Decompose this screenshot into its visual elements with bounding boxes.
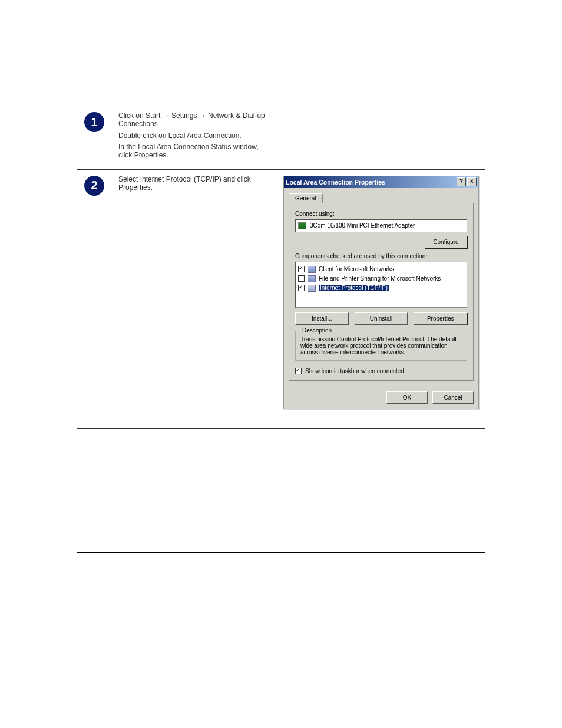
close-button[interactable]: × xyxy=(467,177,477,186)
list-item[interactable]: Internet Protocol (TCP/IP) xyxy=(298,284,464,293)
step1-line1: Click on Start → Settings → Network & Di… xyxy=(118,112,270,129)
list-item-label: Internet Protocol (TCP/IP) xyxy=(319,285,389,291)
steps-table: 1 Click on Start → Settings → Network & … xyxy=(77,106,485,429)
dialog-titlebar: Local Area Connection Properties ? × xyxy=(284,176,478,188)
components-list[interactable]: Client for Microsoft Networks File and P… xyxy=(295,262,467,308)
list-item[interactable]: File and Printer Sharing for Microsoft N… xyxy=(298,274,464,284)
description-legend: Description xyxy=(300,327,333,334)
description-group: Description Transmission Control Protoco… xyxy=(295,331,467,361)
step-row-1: 1 Click on Start → Settings → Network & … xyxy=(77,106,485,170)
properties-button[interactable]: Properties xyxy=(414,312,467,325)
step1-line2: Double click on Local Area Connection. xyxy=(118,132,270,140)
step-badge-2: 2 xyxy=(84,176,104,196)
step2-line1: Select Internet Protocol (TCP/IP) and cl… xyxy=(118,176,270,192)
client-icon xyxy=(308,266,316,273)
dialog-title: Local Area Connection Properties xyxy=(286,179,385,186)
uninstall-button[interactable]: Uninstall xyxy=(355,312,408,325)
adapter-field: 3Com 10/100 Mini PCI Ethernet Adapter xyxy=(295,219,467,232)
checkbox-icon[interactable] xyxy=(298,285,305,291)
tab-general[interactable]: General xyxy=(289,193,323,203)
description-text: Transmission Control Protocol/Internet P… xyxy=(300,336,462,355)
tab-panel-general: Connect using: 3Com 10/100 Mini PCI Ethe… xyxy=(289,203,474,381)
step-row-2: 2 Select Internet Protocol (TCP/IP) and … xyxy=(77,169,485,428)
list-item-label: Client for Microsoft Networks xyxy=(319,266,394,272)
nic-icon xyxy=(298,222,306,229)
components-label: Components checked are used by this conn… xyxy=(295,253,467,259)
checkbox-icon[interactable] xyxy=(298,266,305,272)
connect-using-label: Connect using: xyxy=(295,210,467,217)
bottom-rule xyxy=(77,552,485,553)
fileshare-icon xyxy=(308,275,316,282)
show-icon-checkbox[interactable] xyxy=(295,368,302,374)
configure-button[interactable]: Configure xyxy=(425,236,467,248)
list-item[interactable]: Client for Microsoft Networks xyxy=(298,265,464,274)
protocol-icon xyxy=(308,285,316,292)
install-button[interactable]: Install... xyxy=(295,312,349,325)
step1-line3: In the Local Area Connection Status wind… xyxy=(118,143,270,160)
ok-button[interactable]: OK xyxy=(386,391,428,404)
list-item-label: File and Printer Sharing for Microsoft N… xyxy=(319,275,441,282)
step-badge-1: 1 xyxy=(84,112,104,132)
checkbox-icon[interactable] xyxy=(298,275,305,282)
lan-properties-dialog: Local Area Connection Properties ? × Gen… xyxy=(283,176,479,409)
show-icon-label: Show icon in taskbar when connected xyxy=(305,368,404,374)
top-rule xyxy=(77,83,485,83)
adapter-name: 3Com 10/100 Mini PCI Ethernet Adapter xyxy=(310,222,415,229)
cancel-button[interactable]: Cancel xyxy=(432,391,474,404)
help-button[interactable]: ? xyxy=(457,177,466,186)
dialog-footer: OK Cancel xyxy=(284,386,478,409)
